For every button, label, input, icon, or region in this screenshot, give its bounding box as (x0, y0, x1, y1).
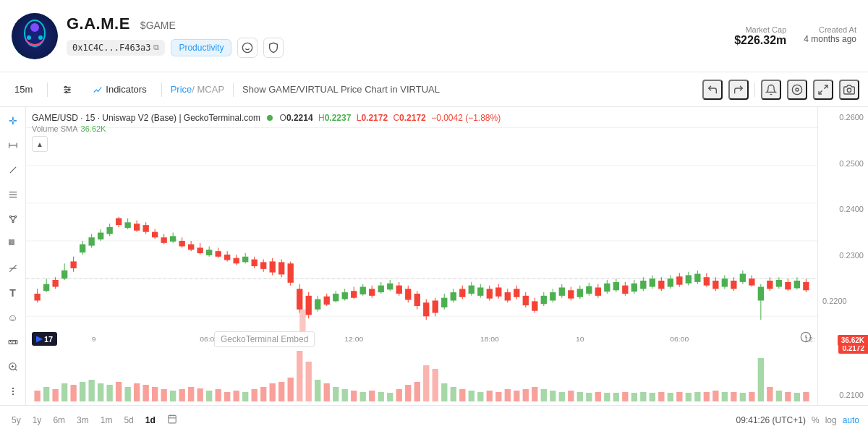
svg-rect-253 (170, 391, 176, 401)
auto-button[interactable]: auto (843, 415, 859, 425)
timeframe-1m[interactable]: 1m (98, 414, 116, 427)
svg-rect-290 (505, 389, 511, 401)
svg-rect-212 (722, 278, 728, 286)
toolbar-divider-1 (47, 82, 48, 97)
status-dot (267, 115, 273, 121)
svg-rect-266 (288, 378, 294, 401)
pattern-tool[interactable] (4, 236, 22, 252)
svg-rect-262 (252, 389, 258, 401)
svg-point-28 (14, 216, 16, 217)
indicators-button[interactable]: Indicators (87, 81, 152, 98)
svg-rect-188 (613, 282, 619, 290)
svg-rect-282 (433, 369, 438, 401)
svg-rect-206 (694, 274, 700, 282)
expand-button[interactable]: ▲ (32, 136, 48, 152)
svg-rect-168 (523, 296, 529, 305)
svg-text:06:00: 06:00 (670, 336, 689, 343)
svg-rect-277 (387, 393, 393, 401)
svg-rect-260 (234, 391, 239, 401)
snapshot-button[interactable] (839, 80, 859, 100)
timeframe-1d[interactable]: 1d (142, 414, 158, 427)
fib-tool[interactable] (4, 260, 22, 276)
svg-rect-83 (142, 225, 148, 231)
change-val: −0.0042 (−1.88%) (431, 113, 501, 123)
svg-rect-132 (360, 287, 366, 294)
scroll-icon[interactable] (800, 331, 812, 346)
svg-rect-65 (61, 271, 67, 278)
timeframe-1y[interactable]: 1y (30, 414, 45, 427)
mask-icon-btn[interactable] (237, 38, 258, 58)
timeframe-6m[interactable]: 6m (50, 414, 68, 427)
svg-rect-265 (278, 382, 284, 401)
svg-rect-194 (640, 281, 646, 289)
svg-rect-150 (441, 298, 447, 307)
svg-rect-304 (631, 393, 637, 401)
date-range-button[interactable] (164, 412, 180, 427)
undo-button[interactable] (702, 80, 723, 100)
svg-rect-254 (179, 389, 185, 401)
svg-rect-113 (278, 262, 284, 274)
svg-line-32 (13, 218, 16, 221)
ruler-tool[interactable] (4, 334, 22, 350)
svg-rect-103 (234, 258, 239, 264)
svg-rect-63 (52, 280, 58, 286)
svg-rect-35 (9, 243, 10, 244)
timeframe-3m[interactable]: 3m (74, 414, 92, 427)
svg-rect-178 (568, 290, 574, 298)
mcap-label[interactable]: / MCAP (192, 84, 224, 95)
svg-rect-267 (297, 351, 302, 401)
svg-rect-252 (161, 389, 167, 401)
shield-icon-btn[interactable] (263, 38, 284, 58)
line-tool[interactable] (4, 162, 22, 178)
emoji-tool[interactable]: ☺ (4, 310, 22, 326)
svg-rect-61 (43, 284, 49, 291)
category-badge[interactable]: Productivity (171, 39, 231, 56)
svg-rect-146 (423, 302, 429, 316)
svg-rect-174 (550, 292, 556, 300)
chart-svg-container[interactable]: GAME/USD · 15 · Uniswap V2 (Base) | Geck… (26, 107, 817, 405)
price-label[interactable]: Price (171, 84, 192, 95)
address-badge[interactable]: 0x1C4C...F463a3 ⧉ (67, 40, 165, 56)
timeframe-5y[interactable]: 5y (9, 414, 24, 427)
toolbar: 15m Indicators Price / MCAP Show GAME/VI… (0, 72, 868, 107)
svg-rect-101 (224, 255, 230, 260)
svg-rect-271 (333, 387, 339, 401)
timeframe-button[interactable]: 15m (9, 81, 38, 98)
svg-rect-243 (80, 382, 85, 401)
svg-rect-302 (613, 393, 619, 401)
zoom-tool[interactable] (4, 359, 22, 375)
more-tools[interactable] (4, 383, 22, 399)
chart-description: Show GAME/VIRTUAL Price Chart in VIRTUAL (242, 84, 694, 95)
horizontal-lines-tool[interactable] (4, 187, 22, 203)
token-name: G.A.M.E (67, 14, 130, 33)
svg-rect-126 (333, 294, 339, 301)
svg-rect-182 (586, 286, 592, 294)
log-button[interactable]: log (825, 415, 837, 425)
text-tool[interactable]: T (4, 285, 22, 301)
svg-rect-184 (595, 287, 601, 295)
svg-rect-285 (459, 389, 465, 401)
node-tool[interactable] (4, 211, 22, 227)
svg-point-19 (847, 88, 851, 92)
crosshair-tool[interactable]: ✛ (4, 113, 22, 129)
timeframe-5d[interactable]: 5d (121, 414, 136, 427)
price-mcap-toggle[interactable]: Price / MCAP (171, 84, 224, 95)
svg-rect-154 (459, 289, 465, 297)
measure-tool[interactable] (4, 137, 22, 153)
svg-line-31 (10, 218, 13, 221)
alert-button[interactable] (761, 80, 781, 100)
svg-rect-269 (315, 380, 320, 401)
svg-rect-294 (541, 389, 547, 401)
percent-button[interactable]: % (812, 415, 820, 425)
svg-rect-247 (116, 382, 122, 401)
svg-point-13 (66, 91, 67, 93)
redo-button[interactable] (728, 80, 749, 100)
token-avatar (12, 13, 58, 59)
toolbar-divider-2 (161, 82, 162, 97)
camera-settings-button[interactable] (787, 80, 807, 100)
svg-rect-89 (170, 236, 176, 242)
market-cap-value: $226.32m (734, 34, 786, 47)
chart-settings-button[interactable] (56, 82, 78, 98)
copy-icon[interactable]: ⧉ (153, 43, 159, 52)
fullscreen-button[interactable] (813, 80, 833, 100)
